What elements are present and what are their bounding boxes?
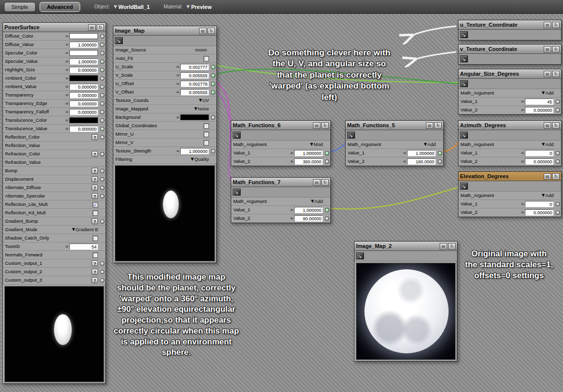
input-plug-icon[interactable] — [211, 90, 215, 95]
node-posersurface[interactable]: PoserSurface▤↻Diffuse_Color∞Diffuse_Valu… — [2, 22, 106, 384]
node-header[interactable]: PoserSurface▤↻ — [3, 23, 105, 32]
input-plug-icon[interactable] — [211, 149, 215, 153]
input-plug-icon[interactable] — [556, 151, 560, 155]
node-elevation-degrees[interactable]: Elevation_Degrees▤↻↘Math_Argument▼AddVal… — [458, 171, 562, 217]
node-header[interactable]: Angular_Size_Degrees▤↻ — [459, 69, 561, 79]
color-swatch[interactable] — [69, 117, 98, 123]
checkbox[interactable] — [93, 252, 98, 258]
node-recycle-icon[interactable]: ↻ — [552, 122, 560, 129]
input-plug-icon[interactable] — [100, 51, 104, 55]
value-field[interactable]: 1.000000 — [294, 207, 323, 213]
checkbox[interactable] — [204, 56, 209, 61]
node-u-texture-coordinate[interactable]: u_Texture_Coordinate▤↻↘ — [458, 20, 562, 41]
object-dropdown[interactable]: ▼ WorldBall_1 — [114, 4, 150, 10]
node-image-map[interactable]: Image_Map▤↻↘Image_SourcemoonAuto_FitU_Sc… — [113, 26, 217, 263]
value-field[interactable]: 0.000000 — [69, 84, 98, 90]
dropdown[interactable]: ▼None — [194, 105, 209, 113]
node-header[interactable]: v_Texture_Coordinate▤↻ — [459, 45, 561, 54]
question-button[interactable]: ? — [92, 269, 98, 275]
input-plug-icon[interactable] — [556, 99, 560, 104]
output-plug-icon[interactable]: ↘ — [460, 132, 468, 139]
input-plug-icon[interactable] — [100, 110, 104, 114]
value-field[interactable]: 54 — [69, 244, 98, 250]
output-plug-icon[interactable]: ↘ — [347, 132, 355, 139]
node-azimuth-degrees[interactable]: Azimuth_Degrees▤↻↘Math_Argument▼AddValue… — [458, 120, 562, 166]
question-button[interactable]: ? — [92, 185, 98, 191]
node-recycle-icon[interactable]: ↻ — [552, 173, 560, 180]
input-plug-icon[interactable] — [100, 34, 104, 39]
output-plug-icon[interactable]: ↘ — [460, 31, 468, 38]
output-plug-icon[interactable]: ↘ — [460, 80, 468, 87]
node-math-functions-6[interactable]: Math_Functions_6▤↻↘Math_Argument▼ModValu… — [231, 120, 331, 166]
output-plug-icon[interactable]: ↘ — [356, 252, 364, 259]
dropdown[interactable]: ▼Add — [311, 197, 323, 205]
value-field[interactable]: 0.002777 — [180, 64, 209, 70]
input-plug-icon[interactable] — [325, 151, 329, 155]
node-v-texture-coordinate[interactable]: v_Texture_Coordinate▤↻↘ — [458, 44, 562, 65]
output-plug-icon[interactable]: ↘ — [460, 55, 468, 62]
color-swatch[interactable] — [69, 50, 98, 56]
value-field[interactable]: 0 — [525, 201, 554, 207]
node-recycle-icon[interactable]: ↻ — [321, 179, 329, 186]
node-header[interactable]: Math_Functions_6▤↻ — [231, 121, 330, 130]
node-recycle-icon[interactable]: ↻ — [321, 122, 329, 129]
value-field[interactable]: 0.005555 — [180, 72, 209, 79]
dropdown[interactable]: ▼Gradient B — [72, 226, 98, 234]
node-header[interactable]: Elevation_Degrees▤↻ — [459, 172, 561, 181]
node-menu-icon[interactable]: ▤ — [440, 243, 447, 249]
output-plug-icon[interactable]: ↘ — [233, 132, 241, 139]
input-plug-icon[interactable] — [211, 73, 215, 78]
question-button[interactable]: ? — [92, 193, 98, 199]
value-field[interactable]: 0.000000 — [525, 158, 554, 165]
input-plug-icon[interactable] — [100, 118, 104, 123]
input-plug-icon[interactable] — [100, 127, 104, 131]
node-menu-icon[interactable]: ▤ — [544, 122, 551, 129]
value-field[interactable]: 0.000000 — [525, 107, 554, 113]
node-menu-icon[interactable]: ▤ — [544, 173, 551, 180]
checkbox[interactable] — [93, 236, 98, 241]
tab-advanced[interactable]: Advanced — [40, 2, 81, 12]
value-field[interactable]: 0.000000 — [69, 109, 98, 115]
tab-simple[interactable]: Simple — [4, 2, 36, 12]
input-plug-icon[interactable] — [100, 219, 104, 224]
input-plug-icon[interactable] — [100, 101, 104, 106]
input-plug-icon[interactable] — [100, 76, 104, 81]
output-plug-icon[interactable]: ↘ — [233, 189, 241, 196]
question-button[interactable]: ? — [92, 168, 98, 174]
question-button[interactable]: ? — [92, 176, 98, 182]
input-plug-icon[interactable] — [556, 108, 560, 112]
value-field[interactable]: 180.0000 — [407, 158, 436, 165]
input-plug-icon[interactable] — [325, 208, 329, 212]
material-dropdown[interactable]: ▼ Preview — [187, 4, 212, 10]
input-plug-icon[interactable] — [100, 278, 104, 283]
input-plug-icon[interactable] — [100, 152, 104, 156]
node-header[interactable]: Image_Map▤↻ — [113, 26, 216, 36]
checkbox[interactable] — [204, 132, 209, 137]
value-field[interactable]: 1.000000 — [69, 42, 98, 48]
input-plug-icon[interactable] — [100, 261, 104, 266]
value-field[interactable]: 0.000000 — [69, 126, 98, 132]
value-field[interactable]: 360.0000 — [294, 158, 323, 165]
input-plug-icon[interactable] — [438, 159, 442, 164]
input-plug-icon[interactable] — [100, 85, 104, 89]
dropdown[interactable]: ▼Add — [542, 192, 554, 199]
input-plug-icon[interactable] — [100, 186, 104, 190]
question-button[interactable]: ? — [92, 151, 98, 157]
question-button[interactable]: ? — [92, 260, 98, 266]
dropdown[interactable]: ▼Mod — [310, 141, 323, 148]
value-field[interactable]: 0 — [525, 150, 554, 156]
value-field[interactable]: 1.000000 — [294, 150, 323, 156]
value-field[interactable]: 0.002778 — [180, 81, 209, 87]
node-header[interactable]: Image_Map_2▤↻ — [355, 242, 457, 251]
input-plug-icon[interactable] — [438, 151, 442, 155]
checkbox[interactable]: ✓ — [93, 202, 98, 207]
node-recycle-icon[interactable]: ↻ — [552, 22, 560, 28]
color-swatch[interactable] — [69, 75, 98, 81]
input-plug-icon[interactable] — [100, 93, 104, 98]
output-plug-icon[interactable]: ↘ — [115, 37, 123, 44]
question-button[interactable]: ? — [92, 134, 98, 140]
value-field[interactable]: 1.000000 — [407, 150, 436, 156]
node-recycle-icon[interactable]: ↻ — [552, 71, 560, 77]
node-math-functions-7[interactable]: Math_Functions_7▤↻↘Math_Argument▼AddValu… — [231, 177, 331, 223]
node-angular-size-degrees[interactable]: Angular_Size_Degrees▤↻↘Math_Argument▼Add… — [458, 69, 562, 115]
